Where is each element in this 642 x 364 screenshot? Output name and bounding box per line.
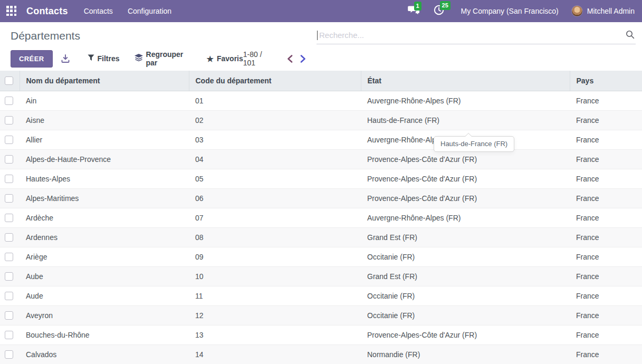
column-header-state[interactable]: État [361,71,570,91]
cell-code[interactable]: 05 [189,169,361,188]
table-row[interactable]: Calvados14Normandie (FR)France [0,344,642,364]
cell-code[interactable]: 09 [189,247,361,266]
cell-code[interactable]: 08 [189,227,361,247]
column-header-country[interactable]: Pays [570,71,642,91]
cell-state[interactable]: Occitanie (FR) [361,247,570,266]
cell-name[interactable]: Bouches-du-Rhône [20,325,189,344]
row-checkbox[interactable] [5,233,13,242]
cell-code[interactable]: 01 [189,91,361,110]
cell-code[interactable]: 07 [189,208,361,227]
cell-country[interactable]: France [570,208,642,227]
row-checkbox[interactable] [5,194,13,203]
column-header-name[interactable]: Nom du département [20,71,189,91]
row-checkbox[interactable] [5,136,13,144]
cell-code[interactable]: 04 [189,149,361,169]
user-menu[interactable]: Mitchell Admin [571,5,635,17]
column-header-code[interactable]: Code du département [189,71,361,91]
table-row[interactable]: Ariège09Occitanie (FR)France [0,247,642,266]
activities-button[interactable]: 25 [434,5,444,17]
cell-country[interactable]: France [570,130,642,149]
cell-country[interactable]: France [570,110,642,130]
create-button[interactable]: CRÉER [11,50,53,68]
cell-state[interactable]: Auvergne-Rhône-Alpes (FR) [361,208,570,227]
cell-name[interactable]: Alpes-de-Haute-Provence [20,149,189,169]
cell-state[interactable]: Hauts-de-France (FR) [361,110,570,130]
row-checkbox[interactable] [5,175,13,183]
cell-state[interactable]: Provence-Alpes-Côte d'Azur (FR) [361,169,570,188]
row-checkbox[interactable] [5,155,13,164]
row-checkbox[interactable] [5,292,13,300]
export-download-icon[interactable] [61,54,70,63]
row-checkbox[interactable] [5,253,13,261]
table-row[interactable]: Alpes-Maritimes06Provence-Alpes-Côte d'A… [0,188,642,208]
table-row[interactable]: Alpes-de-Haute-Provence04Provence-Alpes-… [0,149,642,169]
cell-name[interactable]: Calvados [20,344,189,364]
cell-country[interactable]: France [570,266,642,286]
row-checkbox[interactable] [5,350,13,359]
cell-code[interactable]: 14 [189,344,361,364]
cell-code[interactable]: 13 [189,325,361,344]
cell-name[interactable]: Aube [20,266,189,286]
cell-name[interactable]: Ariège [20,247,189,266]
cell-country[interactable]: France [570,169,642,188]
table-row[interactable]: Aveyron12Occitanie (FR)France [0,305,642,325]
search-input[interactable] [318,31,636,40]
cell-country[interactable]: France [570,344,642,364]
cell-code[interactable]: 11 [189,286,361,305]
table-row[interactable]: Aube10Grand Est (FR)France [0,266,642,286]
filters-button[interactable]: Filtres [88,54,120,63]
cell-state[interactable]: Provence-Alpes-Côte d'Azur (FR) [361,149,570,169]
table-row[interactable]: Bouches-du-Rhône13Provence-Alpes-Côte d'… [0,325,642,344]
messages-button[interactable]: 1 [408,5,420,17]
table-row[interactable]: Hautes-Alpes05Provence-Alpes-Côte d'Azur… [0,169,642,188]
cell-country[interactable]: France [570,305,642,325]
favorites-button[interactable]: ★ Favoris [207,54,243,63]
row-checkbox[interactable] [5,97,13,105]
cell-name[interactable]: Aude [20,286,189,305]
row-checkbox[interactable] [5,116,13,124]
cell-name[interactable]: Aveyron [20,305,189,325]
cell-country[interactable]: France [570,91,642,110]
cell-state[interactable]: Provence-Alpes-Côte d'Azur (FR) [361,188,570,208]
row-checkbox[interactable] [5,272,13,281]
menu-contacts[interactable]: Contacts [84,7,113,15]
row-checkbox[interactable] [5,214,13,222]
select-all-checkbox[interactable] [5,76,13,85]
cell-country[interactable]: France [570,149,642,169]
cell-name[interactable]: Ardèche [20,208,189,227]
cell-country[interactable]: France [570,286,642,305]
menu-configuration[interactable]: Configuration [128,7,171,15]
cell-name[interactable]: Allier [20,130,189,149]
cell-state[interactable]: Grand Est (FR) [361,227,570,247]
pager-previous-button[interactable] [287,55,293,63]
table-row[interactable]: Ardèche07Auvergne-Rhône-Alpes (FR)France [0,208,642,227]
cell-code[interactable]: 03 [189,130,361,149]
cell-name[interactable]: Hautes-Alpes [20,169,189,188]
app-title[interactable]: Contacts [26,6,68,17]
table-row[interactable]: Aisne02Hauts-de-France (FR)France [0,110,642,130]
table-row[interactable]: Ain01Auvergne-Rhône-Alpes (FR)France [0,91,642,110]
cell-state[interactable]: Occitanie (FR) [361,286,570,305]
cell-state[interactable]: Provence-Alpes-Côte d'Azur (FR) [361,325,570,344]
apps-menu-icon[interactable] [6,6,17,16]
cell-code[interactable]: 10 [189,266,361,286]
cell-name[interactable]: Aisne [20,110,189,130]
cell-country[interactable]: France [570,227,642,247]
cell-country[interactable]: France [570,247,642,266]
cell-code[interactable]: 02 [189,110,361,130]
cell-name[interactable]: Ain [20,91,189,110]
table-row[interactable]: Ardennes08Grand Est (FR)France [0,227,642,247]
cell-state[interactable]: Occitanie (FR) [361,305,570,325]
table-row[interactable]: Allier03Auvergne-Rhône-Alpes (FR)France [0,130,642,149]
cell-country[interactable]: France [570,325,642,344]
cell-state[interactable]: Grand Est (FR) [361,266,570,286]
cell-name[interactable]: Alpes-Maritimes [20,188,189,208]
group-by-button[interactable]: Regrouper par [135,50,192,67]
company-switcher[interactable]: My Company (San Francisco) [461,7,559,15]
cell-state[interactable]: Normandie (FR) [361,344,570,364]
table-row[interactable]: Aude11Occitanie (FR)France [0,286,642,305]
pager-next-button[interactable] [300,55,306,63]
search-bar[interactable] [317,26,636,44]
cell-name[interactable]: Ardennes [20,227,189,247]
cell-code[interactable]: 06 [189,188,361,208]
